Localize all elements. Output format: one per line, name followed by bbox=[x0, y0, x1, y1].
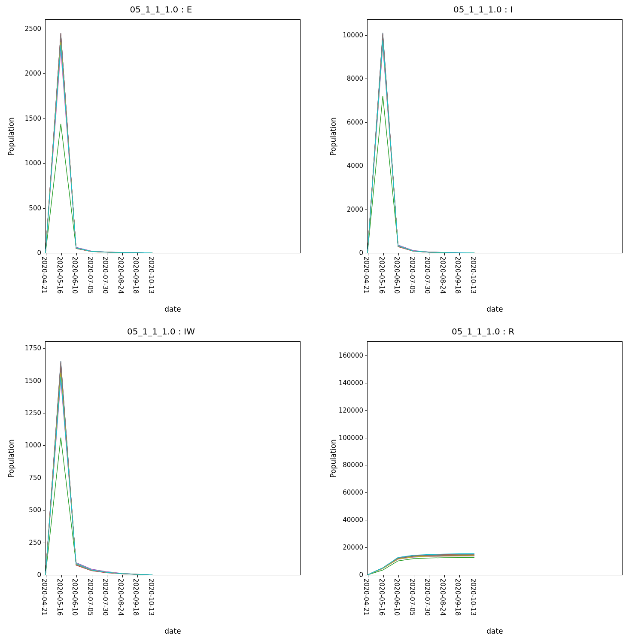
y-tick-label: 1500 bbox=[25, 115, 46, 122]
x-tick-label: 2020-07-05 bbox=[408, 578, 416, 616]
panel-IW: 05_1_1_1.0 : IW Population 0250500750100… bbox=[0, 322, 322, 644]
series-line bbox=[368, 39, 474, 253]
series-line bbox=[46, 45, 152, 253]
y-tick-label: 40000 bbox=[343, 516, 368, 524]
y-tick-label: 6000 bbox=[347, 118, 368, 126]
x-tick-label: 2020-05-16 bbox=[56, 256, 64, 294]
x-tick-label: 2020-06-10 bbox=[71, 256, 79, 294]
x-tick-label: 2020-08-24 bbox=[439, 578, 447, 616]
series-line bbox=[46, 33, 152, 253]
x-tick-label: 2020-10-13 bbox=[147, 578, 155, 616]
x-tick-label: 2020-04-21 bbox=[40, 256, 48, 294]
series-line bbox=[46, 33, 152, 253]
y-tick-label: 0 bbox=[359, 571, 368, 579]
x-axis-label: date bbox=[45, 627, 301, 635]
chart-title: 05_1_1_1.0 : I bbox=[322, 4, 644, 15]
x-axis-label: date bbox=[45, 305, 301, 313]
series-line bbox=[46, 378, 152, 575]
y-tick-label: 8000 bbox=[347, 75, 368, 82]
series-line bbox=[46, 362, 152, 575]
x-tick-label: 2020-06-10 bbox=[71, 578, 79, 616]
x-tick-label: 2020-07-30 bbox=[101, 256, 109, 294]
y-tick-label: 0 bbox=[359, 249, 368, 257]
y-tick-label: 10000 bbox=[343, 31, 368, 39]
x-tick-label: 2020-09-18 bbox=[132, 578, 140, 616]
y-tick-label: 1000 bbox=[25, 441, 46, 449]
y-tick-label: 1500 bbox=[25, 377, 46, 385]
chart-title: 05_1_1_1.0 : R bbox=[322, 326, 644, 337]
chart-title: 05_1_1_1.0 : IW bbox=[0, 326, 322, 337]
y-tick-label: 1250 bbox=[25, 409, 46, 417]
series-line bbox=[46, 51, 152, 253]
x-tick-label: 2020-05-16 bbox=[378, 578, 386, 616]
y-tick-label: 250 bbox=[29, 539, 46, 547]
y-tick-label: 0 bbox=[37, 571, 46, 579]
plot-area: 02000400060008000100002020-04-212020-05-… bbox=[367, 19, 623, 253]
x-tick-label: 2020-10-13 bbox=[469, 256, 477, 294]
y-tick-label: 2500 bbox=[25, 25, 46, 33]
y-tick-label: 1750 bbox=[25, 344, 46, 352]
x-tick-label: 2020-09-18 bbox=[454, 256, 462, 294]
series-line bbox=[46, 47, 152, 253]
x-tick-label: 2020-07-30 bbox=[101, 578, 109, 616]
chart-grid: 05_1_1_1.0 : E Population 05001000150020… bbox=[0, 0, 644, 644]
x-tick-label: 2020-04-21 bbox=[362, 256, 370, 294]
x-tick-label: 2020-07-05 bbox=[86, 578, 94, 616]
y-tick-label: 160000 bbox=[339, 352, 368, 359]
y-tick-label: 100000 bbox=[339, 434, 368, 442]
x-tick-label: 2020-07-30 bbox=[423, 256, 431, 294]
series-line bbox=[46, 437, 152, 575]
x-tick-label: 2020-10-13 bbox=[147, 256, 155, 294]
x-tick-label: 2020-06-10 bbox=[393, 256, 401, 294]
series-line bbox=[46, 33, 152, 253]
y-tick-label: 750 bbox=[29, 474, 46, 482]
y-tick-label: 120000 bbox=[339, 407, 368, 414]
plot-area: 025050075010001250150017502020-04-212020… bbox=[45, 341, 301, 575]
y-tick-label: 20000 bbox=[343, 544, 368, 551]
series-line bbox=[46, 381, 152, 575]
x-tick-label: 2020-05-16 bbox=[56, 578, 64, 616]
y-tick-label: 0 bbox=[37, 249, 46, 257]
series-line bbox=[368, 556, 474, 575]
plot-area: 050010001500200025002020-04-212020-05-16… bbox=[45, 19, 301, 253]
x-tick-label: 2020-04-21 bbox=[362, 578, 370, 616]
y-tick-label: 60000 bbox=[343, 489, 368, 496]
x-tick-label: 2020-07-05 bbox=[408, 256, 416, 294]
series-line bbox=[368, 42, 474, 253]
x-tick-label: 2020-06-10 bbox=[393, 578, 401, 616]
y-tick-label: 500 bbox=[29, 204, 46, 212]
series-line bbox=[46, 42, 152, 253]
series-line bbox=[46, 373, 152, 575]
y-tick-label: 2000 bbox=[347, 206, 368, 213]
series-line bbox=[46, 374, 152, 575]
x-tick-label: 2020-08-24 bbox=[117, 256, 125, 294]
series-line bbox=[368, 96, 474, 253]
series-line bbox=[368, 40, 474, 253]
x-tick-label: 2020-09-18 bbox=[454, 578, 462, 616]
y-tick-label: 4000 bbox=[347, 162, 368, 170]
x-axis-label: date bbox=[367, 305, 623, 313]
y-axis-label: Population bbox=[329, 341, 337, 575]
x-tick-label: 2020-07-30 bbox=[423, 578, 431, 616]
panel-E: 05_1_1_1.0 : E Population 05001000150020… bbox=[0, 0, 322, 322]
series-line bbox=[46, 377, 152, 575]
series-line bbox=[368, 33, 474, 253]
y-tick-label: 2000 bbox=[25, 70, 46, 77]
y-tick-label: 140000 bbox=[339, 379, 368, 387]
series-line bbox=[368, 557, 474, 575]
y-tick-label: 1000 bbox=[25, 159, 46, 167]
x-tick-label: 2020-07-05 bbox=[86, 256, 94, 294]
plot-area: 0200004000060000800001000001200001400001… bbox=[367, 341, 623, 575]
x-tick-label: 2020-10-13 bbox=[469, 578, 477, 616]
y-axis-label: Population bbox=[7, 19, 15, 253]
panel-R: 05_1_1_1.0 : R Population 02000040000600… bbox=[322, 322, 644, 644]
series-line bbox=[368, 34, 474, 253]
y-axis-label: Population bbox=[7, 341, 15, 575]
series-line bbox=[368, 33, 474, 253]
series-line bbox=[368, 37, 474, 253]
series-line bbox=[46, 124, 152, 253]
x-tick-label: 2020-05-16 bbox=[378, 256, 386, 294]
y-axis-label: Population bbox=[329, 19, 337, 253]
series-line bbox=[368, 46, 474, 253]
series-line bbox=[46, 38, 152, 253]
